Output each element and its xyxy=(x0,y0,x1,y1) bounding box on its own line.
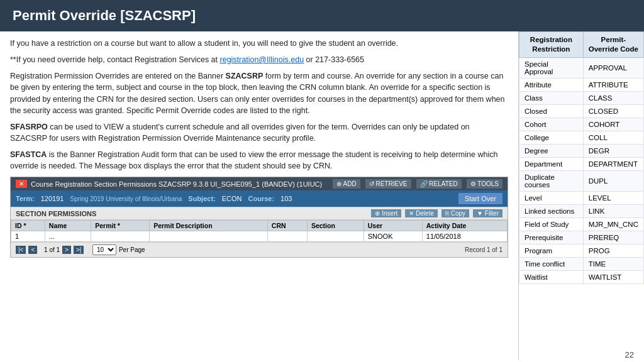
permissions-table: ID * Name Permit * Permit Description CR… xyxy=(11,220,508,242)
restriction-cell: Waitlist xyxy=(519,270,584,283)
start-over-button[interactable]: Start Over xyxy=(458,193,502,204)
sfastca-term: SFASTCA xyxy=(10,150,47,159)
code-cell: DEPARTMENT xyxy=(583,157,643,170)
col-name: Name xyxy=(45,221,91,231)
restriction-col-header: RegistrationRestriction xyxy=(519,32,584,58)
restriction-cell: Degree xyxy=(519,144,584,157)
code-cell: DEGR xyxy=(583,144,643,157)
banner-pagination: |< < 1 of 1 > >| 10 20 50 Per Page Recor… xyxy=(11,242,508,257)
page-number: 22 xyxy=(625,350,634,359)
col-permit-desc: Permit Description xyxy=(150,221,268,231)
restriction-cell: Department xyxy=(519,157,584,170)
banner-tools-button[interactable]: ⚙ TOOLS xyxy=(467,179,502,189)
cell-user: SNOOK xyxy=(364,231,422,242)
next-page-button[interactable]: > xyxy=(62,246,71,254)
restriction-cell: Class xyxy=(519,91,584,104)
restriction-cell: Program xyxy=(519,244,584,257)
restriction-cell: Linked sections xyxy=(519,204,584,217)
table-row: ClosedCLOSED xyxy=(519,104,644,118)
banner-retrieve-button[interactable]: ↺ RETRIEVE xyxy=(365,179,411,189)
table-row: CollegeCOLL xyxy=(519,131,644,144)
col-section: Section xyxy=(307,221,364,231)
code-cell: LEVEL xyxy=(583,191,643,204)
paragraph-4: SFASRPO can be used to VIEW a student's … xyxy=(10,121,508,144)
code-cell: ATTRIBUTE xyxy=(583,78,643,91)
section-title: SECTION PERMISSIONS xyxy=(16,210,96,217)
insert-button[interactable]: ⊕ Insert xyxy=(371,209,401,217)
email-link[interactable]: registration@Illinois.edu xyxy=(220,55,304,64)
table-row: LevelLEVEL xyxy=(519,191,644,204)
term-label: Term: xyxy=(16,195,35,202)
banner-section-header: SECTION PERMISSIONS ⊕ Insert ✕ Delete ⎘ … xyxy=(11,207,508,220)
code-cell: MJR_MN_CNC xyxy=(583,217,643,231)
permit-code-col-header: Permit-Override Code xyxy=(583,32,643,58)
restriction-cell: Duplicate courses xyxy=(519,170,584,191)
banner-titlebar-right: ⊕ ADD ↺ RETRIEVE 🔗 RELATED ⚙ TOOLS xyxy=(333,179,502,189)
page-title: Permit Override [SZACSRP] xyxy=(13,8,196,23)
course-value: 103 xyxy=(280,195,292,202)
section-header-right: ⊕ Insert ✕ Delete ⎘ Copy ▼ Filter xyxy=(371,209,502,217)
col-crn: CRN xyxy=(267,221,307,231)
table-row: 1 ... SNOOK 11/05/2018 xyxy=(11,231,508,242)
table-row: CohortCOHORT xyxy=(519,118,644,131)
paragraph-2: **If you need override help, contact Reg… xyxy=(10,54,508,65)
restriction-cell: Field of Study xyxy=(519,217,584,231)
table-row: DegreeDEGR xyxy=(519,144,644,157)
term-value: 120191 xyxy=(41,195,64,202)
cell-permit-desc xyxy=(150,231,268,242)
restriction-cell: Prerequisite xyxy=(519,231,584,244)
table-row: DepartmentDEPARTMENT xyxy=(519,157,644,170)
table-row: ClassCLASS xyxy=(519,91,644,104)
paragraph-3: Registration Permission Overrides are en… xyxy=(10,70,508,116)
per-page-select[interactable]: 10 20 50 xyxy=(92,244,116,255)
last-page-button[interactable]: >| xyxy=(74,246,84,254)
copy-button[interactable]: ⎘ Copy xyxy=(441,209,469,217)
term-detail: Spring 2019 University of Illinois/Urban… xyxy=(70,195,182,202)
first-page-button[interactable]: |< xyxy=(16,246,26,254)
col-id: ID * xyxy=(11,221,45,231)
subject-value: ECON xyxy=(222,195,242,202)
table-row: Time conflictTIME xyxy=(519,257,644,270)
record-indicator: Record 1 of 1 xyxy=(465,246,502,253)
left-content: If you have a restriction on a course bu… xyxy=(0,31,518,361)
course-label: Course: xyxy=(248,195,275,202)
banner-screenshot: ✕ Course Registration Section Permission… xyxy=(10,177,508,258)
code-cell: PROG xyxy=(583,244,643,257)
banner-form-row: Term: 120191 Spring 2019 University of I… xyxy=(11,190,508,207)
szacsrp-term: SZACSRP xyxy=(226,72,264,80)
banner-titlebar-left: ✕ Course Registration Section Permission… xyxy=(16,180,322,188)
table-row: Field of StudyMJR_MN_CNC xyxy=(519,217,644,231)
table-row: Linked sectionsLINK xyxy=(519,204,644,217)
code-cell: CLOSED xyxy=(583,104,643,118)
banner-related-button[interactable]: 🔗 RELATED xyxy=(416,179,462,189)
table-row: Special ApprovalAPPROVAL xyxy=(519,57,644,78)
banner-add-button[interactable]: ⊕ ADD xyxy=(333,179,360,189)
code-cell: APPROVAL xyxy=(583,57,643,78)
code-cell: DUPL xyxy=(583,170,643,191)
page-number-display: 1 of 1 xyxy=(44,246,60,253)
table-row: PrerequisitePREREQ xyxy=(519,231,644,244)
cell-permit xyxy=(91,231,150,242)
code-cell: WAITLIST xyxy=(583,270,643,283)
banner-title: Course Registration Section Permissions … xyxy=(31,180,322,188)
col-activity-date: Activity Date xyxy=(422,221,507,231)
restriction-cell: Cohort xyxy=(519,118,584,131)
sfasrpo-term: SFASRPO xyxy=(10,123,48,131)
restriction-cell: Closed xyxy=(519,104,584,118)
restriction-cell: College xyxy=(519,131,584,144)
filter-button[interactable]: ▼ Filter xyxy=(473,209,502,217)
banner-close-button[interactable]: ✕ xyxy=(16,180,27,188)
code-cell: LINK xyxy=(583,204,643,217)
prev-page-button[interactable]: < xyxy=(28,246,37,254)
cell-activity-date: 11/05/2018 xyxy=(422,231,507,242)
restriction-cell: Attribute xyxy=(519,78,584,91)
cell-crn xyxy=(267,231,307,242)
per-page-spacer xyxy=(86,246,90,253)
subject-label: Subject: xyxy=(188,195,215,202)
cell-section xyxy=(307,231,364,242)
banner-titlebar: ✕ Course Registration Section Permission… xyxy=(11,177,508,190)
paragraph-5: SFASTCA is the Banner Registration Audit… xyxy=(10,149,508,172)
code-cell: PREREQ xyxy=(583,231,643,244)
restriction-cell: Special Approval xyxy=(519,57,584,78)
delete-button[interactable]: ✕ Delete xyxy=(405,209,438,217)
